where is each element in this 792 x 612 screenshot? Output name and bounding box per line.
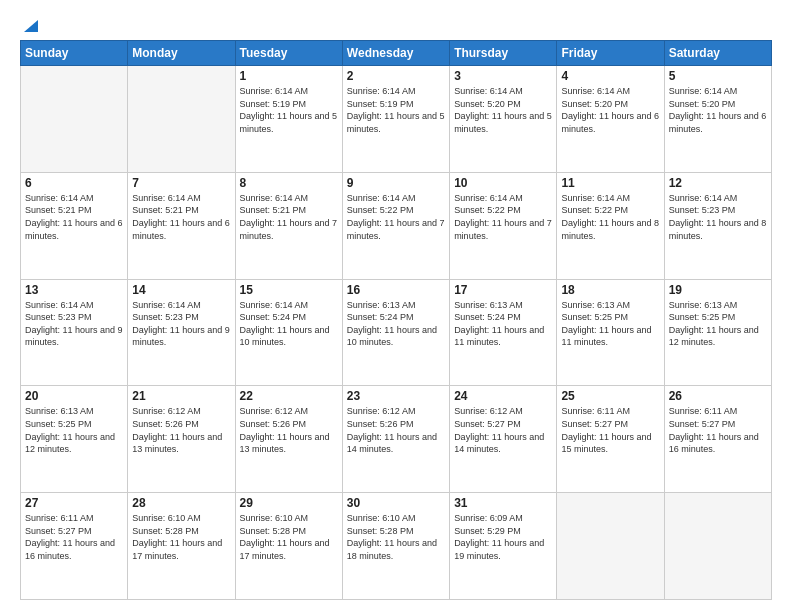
calendar-cell: 8Sunrise: 6:14 AM Sunset: 5:21 PM Daylig…: [235, 172, 342, 279]
calendar-cell: 25Sunrise: 6:11 AM Sunset: 5:27 PM Dayli…: [557, 386, 664, 493]
calendar-cell: 29Sunrise: 6:10 AM Sunset: 5:28 PM Dayli…: [235, 493, 342, 600]
calendar-cell: 21Sunrise: 6:12 AM Sunset: 5:26 PM Dayli…: [128, 386, 235, 493]
weekday-header: Thursday: [450, 41, 557, 66]
calendar-cell: 13Sunrise: 6:14 AM Sunset: 5:23 PM Dayli…: [21, 279, 128, 386]
day-info: Sunrise: 6:14 AM Sunset: 5:21 PM Dayligh…: [25, 192, 123, 242]
day-number: 20: [25, 389, 123, 403]
weekday-header: Tuesday: [235, 41, 342, 66]
calendar-cell: 15Sunrise: 6:14 AM Sunset: 5:24 PM Dayli…: [235, 279, 342, 386]
weekday-header: Wednesday: [342, 41, 449, 66]
calendar-cell: 18Sunrise: 6:13 AM Sunset: 5:25 PM Dayli…: [557, 279, 664, 386]
day-info: Sunrise: 6:14 AM Sunset: 5:21 PM Dayligh…: [240, 192, 338, 242]
day-info: Sunrise: 6:14 AM Sunset: 5:20 PM Dayligh…: [669, 85, 767, 135]
calendar-cell: [557, 493, 664, 600]
calendar-cell: 4Sunrise: 6:14 AM Sunset: 5:20 PM Daylig…: [557, 66, 664, 173]
calendar-cell: [664, 493, 771, 600]
calendar-cell: 7Sunrise: 6:14 AM Sunset: 5:21 PM Daylig…: [128, 172, 235, 279]
calendar-cell: [128, 66, 235, 173]
day-number: 26: [669, 389, 767, 403]
day-number: 9: [347, 176, 445, 190]
calendar-table: SundayMondayTuesdayWednesdayThursdayFrid…: [20, 40, 772, 600]
calendar-cell: 20Sunrise: 6:13 AM Sunset: 5:25 PM Dayli…: [21, 386, 128, 493]
day-info: Sunrise: 6:14 AM Sunset: 5:22 PM Dayligh…: [454, 192, 552, 242]
svg-marker-0: [24, 20, 38, 32]
day-info: Sunrise: 6:11 AM Sunset: 5:27 PM Dayligh…: [561, 405, 659, 455]
day-number: 3: [454, 69, 552, 83]
calendar-cell: 19Sunrise: 6:13 AM Sunset: 5:25 PM Dayli…: [664, 279, 771, 386]
day-number: 27: [25, 496, 123, 510]
logo: [20, 18, 40, 30]
day-info: Sunrise: 6:13 AM Sunset: 5:25 PM Dayligh…: [561, 299, 659, 349]
day-number: 7: [132, 176, 230, 190]
calendar-cell: 31Sunrise: 6:09 AM Sunset: 5:29 PM Dayli…: [450, 493, 557, 600]
calendar-cell: 26Sunrise: 6:11 AM Sunset: 5:27 PM Dayli…: [664, 386, 771, 493]
calendar-cell: 3Sunrise: 6:14 AM Sunset: 5:20 PM Daylig…: [450, 66, 557, 173]
day-info: Sunrise: 6:12 AM Sunset: 5:27 PM Dayligh…: [454, 405, 552, 455]
day-number: 6: [25, 176, 123, 190]
calendar-cell: 28Sunrise: 6:10 AM Sunset: 5:28 PM Dayli…: [128, 493, 235, 600]
day-info: Sunrise: 6:13 AM Sunset: 5:25 PM Dayligh…: [25, 405, 123, 455]
day-info: Sunrise: 6:14 AM Sunset: 5:23 PM Dayligh…: [132, 299, 230, 349]
calendar-cell: 14Sunrise: 6:14 AM Sunset: 5:23 PM Dayli…: [128, 279, 235, 386]
day-info: Sunrise: 6:14 AM Sunset: 5:20 PM Dayligh…: [561, 85, 659, 135]
header: [20, 18, 772, 30]
day-info: Sunrise: 6:14 AM Sunset: 5:22 PM Dayligh…: [347, 192, 445, 242]
calendar-cell: 9Sunrise: 6:14 AM Sunset: 5:22 PM Daylig…: [342, 172, 449, 279]
day-number: 17: [454, 283, 552, 297]
day-info: Sunrise: 6:14 AM Sunset: 5:20 PM Dayligh…: [454, 85, 552, 135]
calendar-cell: [21, 66, 128, 173]
day-number: 23: [347, 389, 445, 403]
calendar-cell: 12Sunrise: 6:14 AM Sunset: 5:23 PM Dayli…: [664, 172, 771, 279]
day-number: 28: [132, 496, 230, 510]
page: SundayMondayTuesdayWednesdayThursdayFrid…: [0, 0, 792, 612]
day-number: 8: [240, 176, 338, 190]
day-number: 30: [347, 496, 445, 510]
calendar-cell: 1Sunrise: 6:14 AM Sunset: 5:19 PM Daylig…: [235, 66, 342, 173]
day-info: Sunrise: 6:14 AM Sunset: 5:19 PM Dayligh…: [240, 85, 338, 135]
day-info: Sunrise: 6:14 AM Sunset: 5:19 PM Dayligh…: [347, 85, 445, 135]
weekday-header: Saturday: [664, 41, 771, 66]
day-info: Sunrise: 6:09 AM Sunset: 5:29 PM Dayligh…: [454, 512, 552, 562]
weekday-header: Friday: [557, 41, 664, 66]
day-info: Sunrise: 6:12 AM Sunset: 5:26 PM Dayligh…: [240, 405, 338, 455]
day-number: 16: [347, 283, 445, 297]
day-info: Sunrise: 6:14 AM Sunset: 5:22 PM Dayligh…: [561, 192, 659, 242]
day-info: Sunrise: 6:11 AM Sunset: 5:27 PM Dayligh…: [25, 512, 123, 562]
weekday-header: Sunday: [21, 41, 128, 66]
day-info: Sunrise: 6:14 AM Sunset: 5:23 PM Dayligh…: [669, 192, 767, 242]
day-info: Sunrise: 6:13 AM Sunset: 5:24 PM Dayligh…: [347, 299, 445, 349]
day-number: 21: [132, 389, 230, 403]
day-number: 13: [25, 283, 123, 297]
calendar-cell: 27Sunrise: 6:11 AM Sunset: 5:27 PM Dayli…: [21, 493, 128, 600]
day-info: Sunrise: 6:14 AM Sunset: 5:24 PM Dayligh…: [240, 299, 338, 349]
day-info: Sunrise: 6:13 AM Sunset: 5:24 PM Dayligh…: [454, 299, 552, 349]
day-info: Sunrise: 6:10 AM Sunset: 5:28 PM Dayligh…: [132, 512, 230, 562]
day-number: 12: [669, 176, 767, 190]
calendar-cell: 10Sunrise: 6:14 AM Sunset: 5:22 PM Dayli…: [450, 172, 557, 279]
day-number: 25: [561, 389, 659, 403]
calendar-cell: 11Sunrise: 6:14 AM Sunset: 5:22 PM Dayli…: [557, 172, 664, 279]
day-number: 19: [669, 283, 767, 297]
day-number: 31: [454, 496, 552, 510]
weekday-header: Monday: [128, 41, 235, 66]
day-number: 24: [454, 389, 552, 403]
day-number: 5: [669, 69, 767, 83]
day-number: 4: [561, 69, 659, 83]
day-number: 22: [240, 389, 338, 403]
day-info: Sunrise: 6:10 AM Sunset: 5:28 PM Dayligh…: [240, 512, 338, 562]
day-number: 14: [132, 283, 230, 297]
day-number: 11: [561, 176, 659, 190]
calendar-cell: 16Sunrise: 6:13 AM Sunset: 5:24 PM Dayli…: [342, 279, 449, 386]
calendar-cell: 5Sunrise: 6:14 AM Sunset: 5:20 PM Daylig…: [664, 66, 771, 173]
calendar-cell: 22Sunrise: 6:12 AM Sunset: 5:26 PM Dayli…: [235, 386, 342, 493]
day-info: Sunrise: 6:11 AM Sunset: 5:27 PM Dayligh…: [669, 405, 767, 455]
day-info: Sunrise: 6:12 AM Sunset: 5:26 PM Dayligh…: [347, 405, 445, 455]
calendar-cell: 2Sunrise: 6:14 AM Sunset: 5:19 PM Daylig…: [342, 66, 449, 173]
day-number: 15: [240, 283, 338, 297]
logo-triangle-icon: [22, 16, 40, 34]
calendar-cell: 6Sunrise: 6:14 AM Sunset: 5:21 PM Daylig…: [21, 172, 128, 279]
day-info: Sunrise: 6:13 AM Sunset: 5:25 PM Dayligh…: [669, 299, 767, 349]
day-number: 1: [240, 69, 338, 83]
day-info: Sunrise: 6:14 AM Sunset: 5:23 PM Dayligh…: [25, 299, 123, 349]
calendar-cell: 23Sunrise: 6:12 AM Sunset: 5:26 PM Dayli…: [342, 386, 449, 493]
